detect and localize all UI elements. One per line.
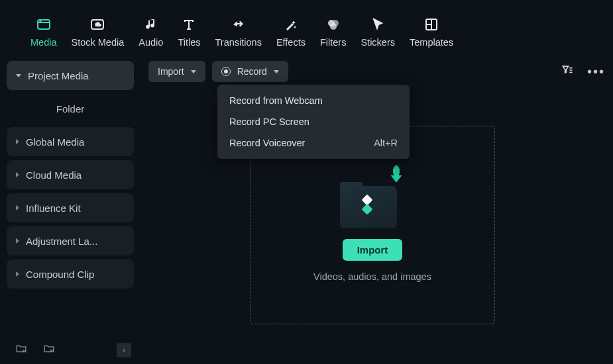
- sidebar-item-label: Compound Clip: [26, 269, 94, 280]
- chevron-right-icon: [16, 205, 19, 210]
- more-icon[interactable]: •••: [587, 64, 605, 79]
- tab-label: Filters: [320, 37, 346, 48]
- sidebar-item-influence-kit[interactable]: Influence Kit: [7, 193, 134, 222]
- tab-label: Media: [30, 37, 57, 48]
- stickers-icon: [369, 16, 386, 33]
- sidebar-item-compound-clip[interactable]: Compound Clip: [7, 259, 134, 289]
- top-nav: Media Stock Media Audio Titles Transitio…: [0, 0, 613, 53]
- sidebar-item-project-media[interactable]: Project Media: [7, 61, 134, 90]
- tab-filters[interactable]: Filters: [317, 16, 349, 48]
- main-area: Project Media Folder Global Media Cloud …: [0, 53, 613, 364]
- content-toolbar: Import Record •••: [148, 58, 605, 85]
- chevron-down-icon: [16, 74, 21, 77]
- svg-point-5: [330, 23, 337, 30]
- tab-media[interactable]: Media: [28, 16, 60, 48]
- button-label: Record: [237, 66, 267, 77]
- sidebar-item-label: Project Media: [28, 70, 89, 81]
- folder-illustration: [336, 169, 409, 228]
- delete-folder-icon[interactable]: [42, 343, 56, 357]
- chevron-right-icon: [16, 271, 19, 277]
- toolbar-right: •••: [561, 64, 605, 79]
- sidebar-item-adjustment-layer[interactable]: Adjustment La...: [7, 226, 134, 255]
- record-webcam-item[interactable]: Record from Webcam: [217, 90, 410, 111]
- button-label: Import: [158, 66, 184, 77]
- record-icon: [221, 67, 231, 76]
- content-area: Import Record ••• Record from Webcam Rec: [140, 53, 613, 364]
- wand-icon: [282, 16, 300, 33]
- new-folder-icon[interactable]: [15, 343, 28, 357]
- text-icon: [180, 16, 197, 33]
- chevron-right-icon: [16, 172, 19, 177]
- chevron-right-icon: [16, 238, 19, 244]
- sidebar: Project Media Folder Global Media Cloud …: [0, 53, 140, 364]
- tab-stickers[interactable]: Stickers: [358, 16, 398, 48]
- tab-effects[interactable]: Effects: [274, 16, 308, 48]
- tab-label: Effects: [276, 37, 306, 48]
- import-dropdown-button[interactable]: Import: [148, 61, 205, 82]
- tab-audio[interactable]: Audio: [136, 16, 166, 48]
- tab-label: Audio: [139, 37, 163, 48]
- music-icon: [142, 16, 160, 33]
- sidebar-item-label: Global Media: [26, 136, 84, 148]
- button-label: Import: [357, 244, 388, 255]
- cloud-icon: [89, 16, 106, 33]
- sidebar-item-label: Cloud Media: [26, 169, 82, 181]
- transitions-icon: [230, 16, 247, 33]
- record-screen-item[interactable]: Record PC Screen: [217, 111, 410, 132]
- sidebar-item-label: Influence Kit: [26, 203, 81, 214]
- record-dropdown-button[interactable]: Record: [212, 61, 288, 82]
- sidebar-item-label: Adjustment La...: [26, 236, 97, 247]
- menu-item-label: Record Voiceover: [229, 138, 305, 148]
- download-arrow-icon: [386, 163, 406, 187]
- collapse-sidebar-button[interactable]: ‹: [117, 343, 131, 357]
- tab-label: Titles: [178, 37, 200, 48]
- tab-label: Stock Media: [72, 37, 125, 48]
- sidebar-item-cloud-media[interactable]: Cloud Media: [7, 160, 134, 189]
- sidebar-item-folder[interactable]: Folder: [7, 94, 134, 123]
- tab-transitions[interactable]: Transitions: [213, 16, 264, 48]
- record-voiceover-item[interactable]: Record Voiceover Alt+R: [217, 132, 410, 154]
- tab-stock-media[interactable]: Stock Media: [69, 16, 127, 48]
- tab-label: Transitions: [215, 37, 262, 48]
- sidebar-footer: ‹: [15, 343, 131, 357]
- templates-icon: [423, 16, 440, 33]
- dropzone-caption: Videos, audios, and images: [313, 271, 431, 282]
- record-menu: Record from Webcam Record PC Screen Reco…: [217, 85, 410, 159]
- import-button[interactable]: Import: [343, 239, 403, 261]
- media-icon: [35, 16, 52, 33]
- chevron-down-icon: [274, 70, 279, 73]
- menu-item-label: Record PC Screen: [229, 116, 309, 127]
- tab-label: Stickers: [361, 37, 395, 48]
- chevron-down-icon: [191, 70, 196, 73]
- chevron-right-icon: [16, 139, 19, 144]
- sidebar-item-label: Folder: [56, 103, 85, 114]
- tab-templates[interactable]: Templates: [407, 16, 456, 48]
- tab-titles[interactable]: Titles: [175, 16, 203, 48]
- filters-icon: [325, 16, 342, 33]
- menu-item-label: Record from Webcam: [229, 95, 323, 106]
- sidebar-item-global-media[interactable]: Global Media: [7, 127, 134, 156]
- filter-sort-icon[interactable]: [561, 64, 574, 79]
- menu-item-shortcut: Alt+R: [374, 138, 398, 148]
- svg-point-1: [40, 21, 40, 21]
- tab-label: Templates: [410, 37, 453, 48]
